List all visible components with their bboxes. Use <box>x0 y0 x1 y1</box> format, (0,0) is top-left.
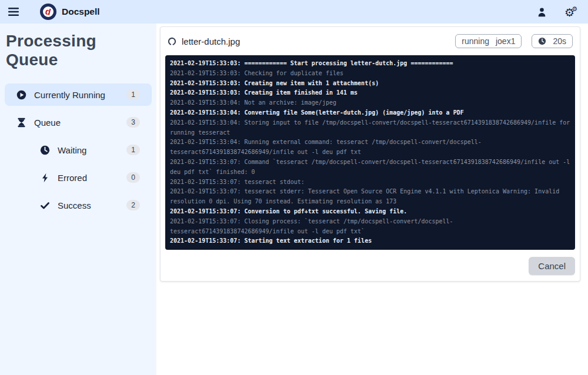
log-line: 2021-02-19T15:33:04: Converting file Som… <box>170 108 570 118</box>
log-line: 2021-02-19T15:33:03: Creating new item w… <box>170 79 570 89</box>
log-line: 2021-02-19T15:33:07: Closing process: `t… <box>170 217 570 237</box>
sidebar-nav: Currently Running 1 Queue 3 Waiting 1 Er… <box>5 83 152 216</box>
log-line: 2021-02-19T15:33:07: tesseract stdout: <box>170 178 570 188</box>
sidebar-item-label: Errored <box>58 173 126 183</box>
user-icon[interactable] <box>536 6 548 18</box>
log-line: 2021-02-19T15:33:03: ============ Start … <box>170 59 570 69</box>
menu-icon[interactable] <box>7 6 20 18</box>
log-line: 2021-02-19T15:33:03: Checking for duplic… <box>170 69 570 79</box>
sidebar-item-label: Currently Running <box>34 90 126 100</box>
docspell-logo-icon: d <box>40 4 56 20</box>
clock-icon <box>538 37 546 45</box>
log-line: 2021-02-19T15:33:07: Conversion to pdf+t… <box>170 207 570 217</box>
sidebar-item-label: Waiting <box>58 145 126 155</box>
log-line: 2021-02-19T15:33:03: Creating item finis… <box>170 88 570 98</box>
log-line: 2021-02-19T15:33:07: tesseract stderr: T… <box>170 187 570 207</box>
job-card-header: letter-dutch.jpg running joex1 20s <box>165 32 575 55</box>
log-line: 2021-02-19T15:33:04: Storing input to fi… <box>170 118 570 138</box>
sidebar-item-count-badge: 1 <box>126 89 140 100</box>
job-state: running <box>462 36 489 46</box>
page-title: Processing Queue <box>6 32 152 69</box>
sidebar-item-count-badge: 1 <box>126 145 140 155</box>
play-circle-icon <box>16 90 26 100</box>
sidebar-item-queue[interactable]: Queue 3 <box>5 111 152 133</box>
job-worker: joex1 <box>496 36 515 46</box>
sidebar-item-count-badge: 2 <box>126 200 140 210</box>
log-line: 2021-02-19T15:33:04: Not an archive: ima… <box>170 98 570 108</box>
job-duration-badge: 20s <box>532 34 573 48</box>
job-log-console[interactable]: 2021-02-19T15:33:03: ============ Start … <box>165 55 575 250</box>
sidebar: Processing Queue Currently Running 1 Que… <box>0 24 156 375</box>
log-line: 2021-02-19T15:33:04: Running external co… <box>170 138 570 158</box>
job-duration: 20s <box>553 36 566 46</box>
sidebar-item-currently-running[interactable]: Currently Running 1 <box>5 83 152 106</box>
job-title: letter-dutch.jpg <box>182 36 445 46</box>
check-icon <box>40 200 50 210</box>
topbar: d Docspell ⚙⚙ <box>0 0 588 24</box>
job-state-badge: running joex1 <box>455 34 522 48</box>
gears-icon[interactable]: ⚙⚙ <box>563 5 579 19</box>
clock-icon <box>40 145 50 155</box>
page-body: Processing Queue Currently Running 1 Que… <box>0 24 588 375</box>
job-card: letter-dutch.jpg running joex1 20s 2021-… <box>160 26 580 282</box>
sidebar-item-count-badge: 0 <box>126 172 140 183</box>
job-card-footer: Cancel <box>165 250 575 276</box>
sidebar-item-label: Success <box>58 200 126 210</box>
spinner-icon <box>168 37 176 46</box>
bolt-icon <box>40 173 50 183</box>
sidebar-item-success[interactable]: Success 2 <box>28 194 152 216</box>
sidebar-item-count-badge: 3 <box>126 117 140 128</box>
cancel-button[interactable]: Cancel <box>529 257 575 275</box>
hourglass-icon <box>16 118 26 128</box>
sidebar-item-errored[interactable]: Errored 0 <box>28 166 152 189</box>
sidebar-item-label: Queue <box>34 118 126 128</box>
app-logo[interactable]: d Docspell <box>40 4 100 20</box>
main-content: letter-dutch.jpg running joex1 20s 2021-… <box>156 24 588 375</box>
log-line: 2021-02-19T15:33:07: Command `tesseract … <box>170 158 570 178</box>
log-line: 2021-02-19T15:33:07: Starting text extra… <box>170 236 570 246</box>
app-title: Docspell <box>62 6 100 17</box>
sidebar-item-waiting[interactable]: Waiting 1 <box>28 139 152 161</box>
